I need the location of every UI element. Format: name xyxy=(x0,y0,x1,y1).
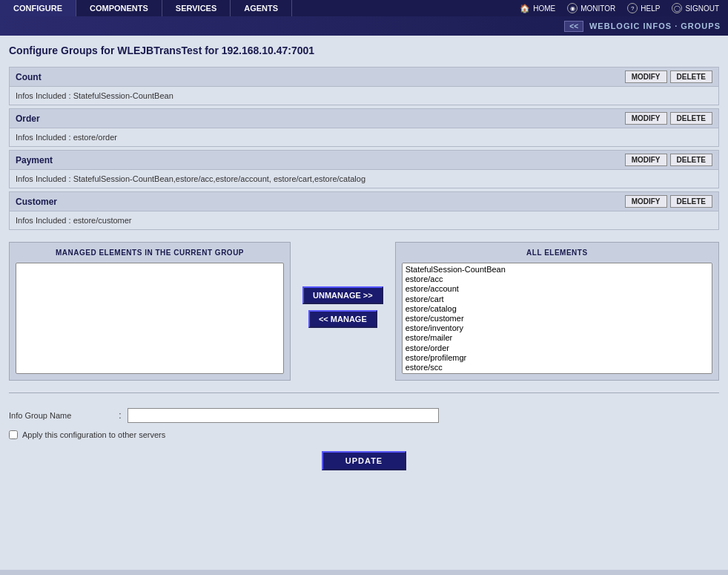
form-colon: : xyxy=(113,410,128,421)
delete-button-customer[interactable]: DELETE xyxy=(670,195,712,208)
group-name-customer: Customer xyxy=(16,197,57,207)
group-header-payment: Payment MODIFY DELETE xyxy=(10,151,718,170)
unmanage-button[interactable]: UNMANAGE >> xyxy=(302,286,383,304)
apply-config-row: Apply this configuration to other server… xyxy=(9,430,719,439)
group-buttons-order: MODIFY DELETE xyxy=(625,112,712,125)
group-section-order: Order MODIFY DELETE Infos Included : est… xyxy=(9,108,719,147)
group-section-customer: Customer MODIFY DELETE Infos Included : … xyxy=(9,191,719,230)
group-body-count: Infos Included : StatefulSession-CountBe… xyxy=(10,87,718,105)
tab-components[interactable]: COMPONENTS xyxy=(76,0,162,16)
home-label: HOME xyxy=(533,4,555,13)
info-group-name-row: Info Group Name : xyxy=(9,408,719,423)
form-area: Info Group Name : Apply this configurati… xyxy=(9,408,719,439)
info-group-name-label: Info Group Name xyxy=(9,411,113,420)
managed-elements-panel: MANAGED ELEMENTS IN THE CURRENT GROUP xyxy=(9,242,291,381)
tab-configure[interactable]: CONFIGURE xyxy=(0,0,76,16)
managed-panel-title: MANAGED ELEMENTS IN THE CURRENT GROUP xyxy=(16,249,284,257)
info-bar-back-button[interactable]: << xyxy=(564,21,583,32)
all-elements-panel: ALL ELEMENTS StatefulSession-CountBeanes… xyxy=(395,242,719,381)
modify-button-customer[interactable]: MODIFY xyxy=(625,195,667,208)
signout-label: SIGNOUT xyxy=(685,4,719,13)
delete-button-count[interactable]: DELETE xyxy=(670,70,712,83)
help-nav-item[interactable]: ? HELP xyxy=(627,3,660,13)
middle-buttons: UNMANAGE >> << MANAGE xyxy=(302,242,383,328)
main-content: Configure Groups for WLEJBTransTest for … xyxy=(0,36,728,570)
group-body-customer: Infos Included : estore/customer xyxy=(10,211,718,229)
bottom-section: MANAGED ELEMENTS IN THE CURRENT GROUP UN… xyxy=(9,242,719,381)
nav-tabs: CONFIGURE COMPONENTS SERVICES AGENTS xyxy=(0,0,292,16)
group-header-customer: Customer MODIFY DELETE xyxy=(10,192,718,211)
signout-nav-item[interactable]: ◯ SIGNOUT xyxy=(672,3,719,13)
tab-services[interactable]: SERVICES xyxy=(162,0,231,16)
home-nav-item[interactable]: 🏠 HOME xyxy=(520,4,555,13)
group-section-payment: Payment MODIFY DELETE Infos Included : S… xyxy=(9,150,719,188)
group-header-order: Order MODIFY DELETE xyxy=(10,109,718,128)
apply-config-checkbox[interactable] xyxy=(9,430,18,439)
group-body-order: Infos Included : estore/order xyxy=(10,128,718,146)
group-name-order: Order xyxy=(16,114,40,124)
delete-button-order[interactable]: DELETE xyxy=(670,112,712,125)
nav-right-icons: 🏠 HOME ◉ MONITOR ? HELP ◯ SIGNOUT xyxy=(520,0,728,16)
info-bar-content: << WEBLOGIC INFOS · GROUPS xyxy=(564,21,721,32)
help-icon: ? xyxy=(627,3,638,13)
managed-elements-listbox[interactable] xyxy=(16,263,284,374)
apply-config-label: Apply this configuration to other server… xyxy=(22,430,165,439)
group-header-count: Count MODIFY DELETE xyxy=(10,68,718,87)
top-navigation: CONFIGURE COMPONENTS SERVICES AGENTS 🏠 H… xyxy=(0,0,728,16)
help-label: HELP xyxy=(641,4,660,13)
all-elements-listbox[interactable]: StatefulSession-CountBeanestore/accestor… xyxy=(402,263,712,374)
group-buttons-count: MODIFY DELETE xyxy=(625,70,712,83)
manage-button[interactable]: << MANAGE xyxy=(308,310,377,328)
monitor-label: MONITOR xyxy=(580,4,615,13)
group-buttons-customer: MODIFY DELETE xyxy=(625,195,712,208)
modify-button-order[interactable]: MODIFY xyxy=(625,112,667,125)
modify-button-payment[interactable]: MODIFY xyxy=(625,154,667,166)
info-bar: << WEBLOGIC INFOS · GROUPS xyxy=(0,16,728,36)
home-icon: 🏠 xyxy=(520,4,530,13)
monitor-icon: ◉ xyxy=(567,3,578,13)
monitor-nav-item[interactable]: ◉ MONITOR xyxy=(567,3,615,13)
delete-button-payment[interactable]: DELETE xyxy=(670,154,712,166)
group-buttons-payment: MODIFY DELETE xyxy=(625,154,712,166)
tab-agents[interactable]: AGENTS xyxy=(231,0,292,16)
group-name-payment: Payment xyxy=(16,155,53,165)
page-title: Configure Groups for WLEJBTransTest for … xyxy=(9,45,719,56)
group-name-count: Count xyxy=(16,72,42,82)
info-group-name-input[interactable] xyxy=(128,408,439,423)
update-row: UPDATE xyxy=(9,451,719,470)
group-section-count: Count MODIFY DELETE Infos Included : Sta… xyxy=(9,67,719,105)
all-elements-title: ALL ELEMENTS xyxy=(402,249,712,257)
signout-icon: ◯ xyxy=(672,3,682,13)
modify-button-count[interactable]: MODIFY xyxy=(625,70,667,83)
divider xyxy=(9,392,719,393)
group-body-payment: Infos Included : StatefulSession-CountBe… xyxy=(10,170,718,188)
info-bar-title: WEBLOGIC INFOS · GROUPS xyxy=(589,22,721,30)
update-button[interactable]: UPDATE xyxy=(322,451,406,470)
